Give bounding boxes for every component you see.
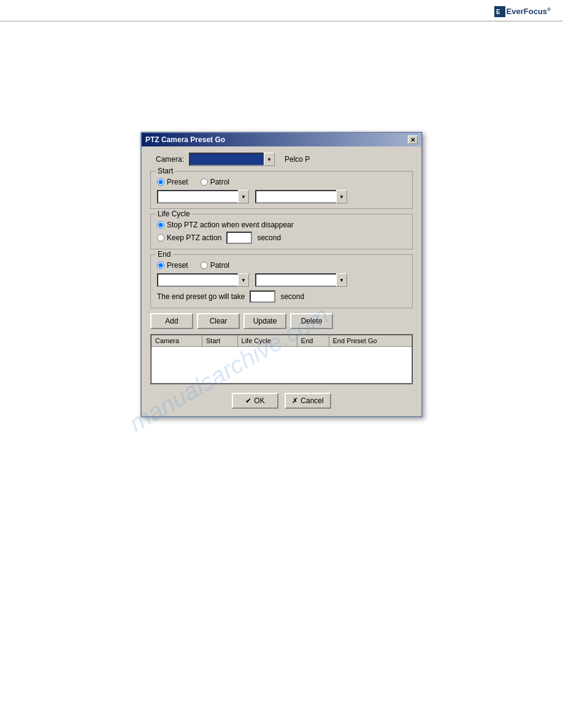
start-patrol-label: Patrol [210, 178, 229, 186]
end-patrol-radio[interactable] [201, 262, 208, 269]
cancel-label: Cancel [301, 396, 323, 405]
end-legend: End [156, 250, 172, 259]
start-preset-dropdown[interactable] [157, 190, 249, 203]
start-patrol-radio-item: Patrol [201, 178, 229, 186]
lc-keep-radio-item: Keep PTZ action [157, 233, 221, 242]
end-preset-go-input[interactable]: 10 [250, 290, 275, 303]
end-second-label: second [280, 292, 304, 301]
dialog-titlebar: PTZ Camera Preset Go ✕ [142, 133, 421, 146]
end-preset-radio-item: Preset [157, 261, 188, 270]
everfocus-logo: E EverFocus® [494, 6, 551, 17]
lc-stop-radio-item: Stop PTZ action when event disappear [157, 221, 406, 229]
end-bottom-row: The end preset go will take 10 second [157, 290, 406, 303]
col-end: End [297, 335, 329, 347]
end-dropdown-row: ▼ ▼ [157, 273, 406, 287]
cancel-button[interactable]: ✗ Cancel [285, 393, 331, 409]
end-preset-label: Preset [167, 261, 188, 270]
cancel-icon: ✗ [292, 396, 298, 405]
col-start: Start [202, 335, 238, 347]
end-preset-dropdown[interactable] [157, 273, 249, 287]
lc-keep-row: Keep PTZ action 10 second [157, 232, 406, 244]
empty-row [151, 347, 412, 384]
page-header: E EverFocus® [0, 0, 563, 21]
start-preset-label: Preset [167, 178, 188, 186]
end-preset-dropdown-wrapper: ▼ [157, 273, 249, 287]
lc-stop-label: Stop PTZ action when event disappear [167, 221, 294, 229]
lc-keep-label: Keep PTZ action [167, 233, 221, 242]
lifecycle-section: Life Cycle Stop PTZ action when event di… [150, 214, 413, 249]
col-camera: Camera [151, 335, 202, 347]
start-patrol-radio[interactable] [201, 178, 208, 186]
delete-button[interactable]: Delete [290, 313, 333, 329]
lc-stop-row: Stop PTZ action when event disappear [157, 221, 406, 229]
lc-stop-radio[interactable] [157, 221, 164, 229]
ok-label: OK [254, 396, 264, 405]
ok-button[interactable]: ✔ OK [232, 393, 278, 409]
camera-select-wrapper: ▼ [189, 153, 275, 166]
end-patrol-radio-item: Patrol [201, 261, 229, 270]
end-preset-go-label: The end preset go will take [157, 292, 245, 301]
end-section: End Preset Patrol ▼ [150, 254, 413, 308]
data-table: Camera Start Life Cycle End End Preset G… [150, 334, 413, 384]
lc-second-label: second [257, 233, 281, 242]
end-preset-radio[interactable] [157, 262, 164, 269]
clear-button[interactable]: Clear [197, 313, 240, 329]
camera-row: Camera: ▼ Pelco P [150, 153, 413, 166]
start-preset-radio-item: Preset [157, 178, 188, 186]
start-patrol-dropdown-wrapper: ▼ [255, 190, 347, 203]
lifecycle-legend: Life Cycle [156, 210, 192, 218]
start-preset-dropdown-wrapper: ▼ [157, 190, 249, 203]
update-button[interactable]: Update [243, 313, 286, 329]
add-button[interactable]: Add [150, 313, 193, 329]
logo-icon: E [494, 6, 505, 17]
camera-select[interactable] [189, 153, 275, 166]
ptz-dialog: PTZ Camera Preset Go ✕ Camera: ▼ Pelco P… [140, 132, 423, 417]
end-radio-row: Preset Patrol [157, 261, 406, 270]
start-preset-radio[interactable] [157, 178, 164, 186]
dialog-body: Camera: ▼ Pelco P Start Preset [142, 146, 421, 416]
end-patrol-dropdown[interactable] [255, 273, 347, 287]
ok-icon: ✔ [245, 396, 251, 405]
end-patrol-dropdown-wrapper: ▼ [255, 273, 347, 287]
camera-label: Camera: [150, 155, 184, 164]
start-patrol-dropdown[interactable] [255, 190, 347, 203]
start-dropdown-row: ▼ ▼ [157, 190, 406, 203]
logo-text: EverFocus® [507, 7, 551, 16]
svg-text:E: E [496, 9, 500, 15]
lc-keep-radio[interactable] [157, 234, 164, 241]
table-body [151, 347, 412, 384]
col-lifecycle: Life Cycle [237, 335, 297, 347]
camera-protocol: Pelco P [285, 155, 310, 164]
lc-keep-input[interactable]: 10 [226, 232, 252, 244]
dialog-title: PTZ Camera Preset Go [145, 135, 225, 144]
action-buttons: Add Clear Update Delete [150, 313, 413, 329]
col-end-preset: End Preset Go [329, 335, 412, 347]
start-radio-row: Preset Patrol [157, 178, 406, 186]
start-section: Start Preset Patrol ▼ [150, 171, 413, 209]
dialog-close-button[interactable]: ✕ [408, 135, 418, 144]
start-legend: Start [156, 167, 175, 175]
page-content: PTZ Camera Preset Go ✕ Camera: ▼ Pelco P… [0, 21, 563, 417]
dialog-footer: ✔ OK ✗ Cancel [150, 390, 413, 409]
end-patrol-label: Patrol [210, 261, 229, 270]
